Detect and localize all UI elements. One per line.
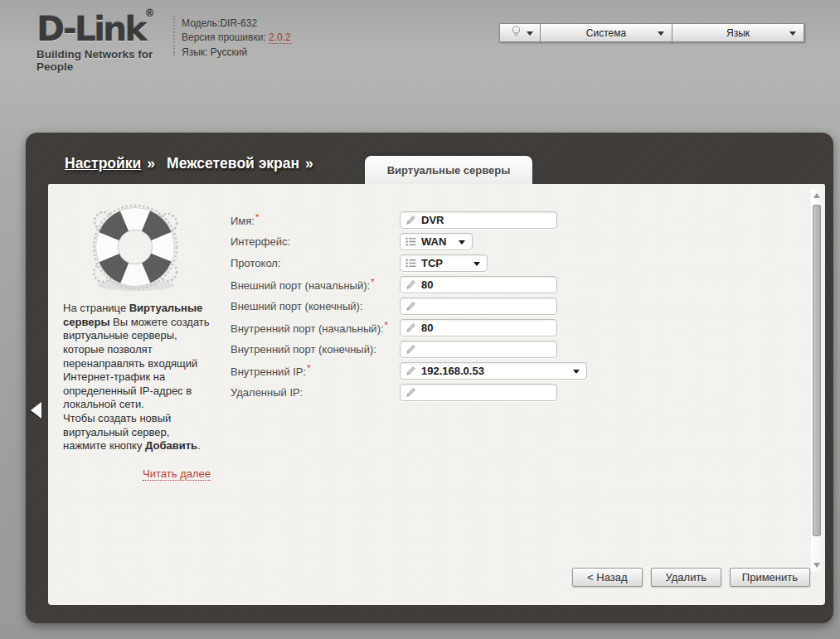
required-asterisk: *	[371, 277, 374, 287]
read-more-link[interactable]: Читать далее	[143, 467, 211, 481]
external-port-end-input[interactable]	[400, 298, 557, 315]
internal-port-start-value: 80	[421, 322, 433, 334]
internal-port-start-input[interactable]: 80	[400, 319, 557, 336]
remote-ip-label: Удаленный IP:	[231, 386, 400, 399]
form-row-remote-ip: Удаленный IP:	[231, 381, 587, 403]
firmware-version-link[interactable]: 2.0.2	[269, 31, 291, 44]
device-language: Язык: Русский	[182, 46, 291, 60]
chevron-down-icon	[658, 31, 664, 36]
apply-button[interactable]: Применить	[730, 568, 810, 587]
chevron-down-icon	[527, 31, 533, 36]
header-divider	[173, 16, 175, 56]
form-row-name: Имя:*DVR	[231, 209, 587, 230]
form-row-interface: Интерфейс:WAN	[231, 230, 587, 252]
form-row-internal-port-end: Внутренний порт (конечный):	[231, 338, 587, 360]
protocol-value: TCP	[421, 257, 443, 269]
pencil-icon	[405, 365, 417, 377]
scrollbar-down-arrow-icon[interactable]	[813, 563, 820, 568]
pencil-icon	[405, 214, 417, 226]
list-icon	[405, 235, 417, 248]
delete-button[interactable]: Удалить	[651, 568, 721, 587]
back-button[interactable]: < Назад	[572, 568, 643, 587]
form-fields: Имя:*DVRИнтерфейс:WANПротокол:TCPВнешний…	[231, 209, 587, 403]
breadcrumb-separator: »	[305, 155, 313, 172]
collapse-panel-arrow-icon[interactable]	[31, 402, 41, 419]
form-row-external-port-end: Внешний порт (конечный):	[231, 295, 587, 317]
internal-ip-combo[interactable]: 192.168.0.53	[400, 362, 587, 380]
form-row-protocol: Протокол:TCP	[231, 252, 587, 274]
breadcrumb: Настройки»Межсетевой экран»	[65, 155, 325, 172]
external-port-start-value: 80	[421, 278, 433, 291]
chevron-down-icon	[789, 31, 796, 36]
tab-virtual-servers[interactable]: Виртуальные серверы	[365, 156, 532, 184]
name-input[interactable]: DVR	[400, 211, 557, 229]
pencil-icon	[405, 300, 417, 312]
page: D-Link® Building Networks for People Мод…	[0, 0, 840, 639]
dropdown-caret-icon	[459, 240, 465, 244]
content-area: На странице Виртуальные серверы Вы может…	[48, 184, 825, 605]
action-buttons: < Назад Удалить Применить	[572, 568, 810, 587]
brand-text: D-Link®	[36, 12, 169, 47]
protocol-label: Протокол:	[231, 257, 400, 269]
top-menu-bar: Система Язык	[499, 23, 804, 42]
pencil-icon	[405, 343, 417, 356]
external-port-start-label: Внешний порт (начальный):*	[231, 277, 400, 292]
internal-port-start-label: Внутренний порт (начальный):*	[231, 320, 400, 335]
form-row-internal-port-start: Внутренний порт (начальный):*80	[231, 317, 587, 338]
dlink-logo: D-Link® Building Networks for People	[36, 12, 169, 73]
registered-mark: ®	[144, 7, 154, 19]
dropdown-caret-icon	[573, 370, 580, 374]
scrollbar-thumb[interactable]	[813, 205, 821, 536]
required-asterisk: *	[385, 320, 388, 330]
system-menu-label: Система	[586, 27, 626, 39]
internal-ip-label: Внутренний IP:*	[231, 363, 400, 378]
external-port-start-input[interactable]: 80	[400, 276, 557, 293]
remote-ip-input[interactable]	[400, 384, 557, 401]
internal-port-end-input[interactable]	[400, 341, 557, 358]
required-asterisk: *	[307, 363, 310, 373]
external-port-end-label: Внешний порт (конечный):	[231, 300, 400, 312]
internal-ip-value: 192.168.0.53	[421, 365, 484, 377]
language-menu-button[interactable]: Язык	[672, 23, 804, 42]
device-firmware: Версия прошивки: 2.0.2	[182, 31, 291, 45]
name-value: DVR	[421, 214, 444, 226]
device-info: Модель:DIR-632 Версия прошивки: 2.0.2 Яз…	[182, 17, 291, 60]
help-text: На странице Виртуальные серверы Вы может…	[63, 302, 214, 453]
interface-label: Интерфейс:	[231, 235, 400, 248]
main-panel: Настройки»Межсетевой экран» Виртуальные …	[26, 133, 833, 623]
internal-port-end-label: Внутренний порт (конечный):	[231, 343, 400, 356]
protocol-select[interactable]: TCP	[400, 254, 488, 272]
device-model: Модель:DIR-632	[182, 17, 291, 31]
lightbulb-icon	[510, 25, 522, 41]
brand-tagline: Building Networks for People	[36, 48, 169, 73]
scrollbar[interactable]	[811, 189, 823, 572]
breadcrumb-link-settings[interactable]: Настройки	[65, 155, 141, 172]
scrollbar-up-arrow-icon[interactable]	[813, 193, 820, 198]
help-sidebar: На странице Виртуальные серверы Вы может…	[63, 194, 214, 481]
breadcrumb-separator: »	[147, 155, 155, 172]
language-menu-label: Язык	[726, 27, 750, 39]
interface-select[interactable]: WAN	[400, 233, 473, 250]
pencil-icon	[405, 322, 417, 334]
pencil-icon	[405, 386, 417, 399]
breadcrumb-link-firewall[interactable]: Межсетевой экран	[167, 155, 299, 172]
form-row-internal-ip: Внутренний IP:*192.168.0.53	[231, 360, 587, 381]
system-menu-button[interactable]: Система	[540, 23, 672, 42]
quick-menu-button[interactable]	[499, 23, 541, 42]
dropdown-caret-icon	[473, 262, 480, 266]
pencil-icon	[405, 278, 417, 291]
tab-label: Виртуальные серверы	[387, 164, 511, 177]
interface-value: WAN	[421, 235, 446, 248]
lifebuoy-icon	[85, 199, 184, 298]
name-label: Имя:*	[231, 212, 400, 227]
list-icon	[405, 257, 417, 269]
form-row-external-port-start: Внешний порт (начальный):*80	[231, 274, 587, 295]
required-asterisk: *	[255, 212, 259, 222]
